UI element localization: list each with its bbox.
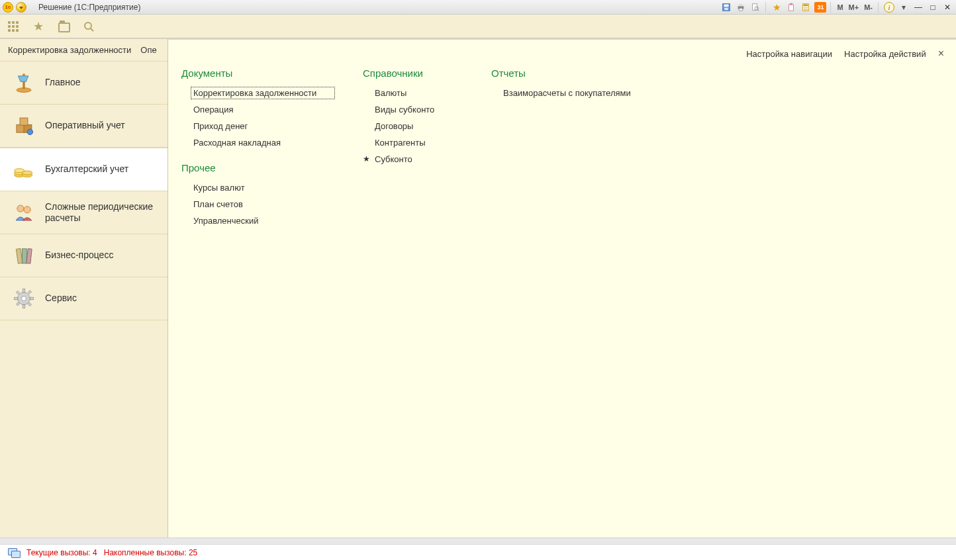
nav-settings-link[interactable]: Настройка навигации — [746, 49, 832, 59]
list-item[interactable]: Операция — [193, 105, 334, 115]
svg-point-13 — [804, 7, 805, 9]
app-menu-toggle[interactable] — [16, 2, 26, 13]
svg-rect-23 — [23, 73, 24, 75]
svg-line-20 — [91, 28, 93, 31]
coins-icon — [12, 158, 36, 181]
svg-rect-35 — [16, 248, 23, 263]
clipboard-icon[interactable] — [785, 1, 797, 13]
open-tabs-bar: Корректировка задолженности Опе — [0, 39, 167, 62]
list-item[interactable]: План счетов — [193, 199, 334, 209]
nav-item-business-process[interactable]: Бизнес-процесс — [0, 234, 167, 277]
maximize-button[interactable]: □ — [927, 1, 939, 13]
favorite-icon[interactable]: ★ — [771, 1, 783, 13]
nav-list: Главное Оперативный учет — [0, 62, 167, 537]
list-item[interactable]: Корректировка задолженности — [192, 88, 334, 98]
svg-rect-46 — [28, 291, 31, 294]
list-item[interactable]: Виды субконто — [375, 105, 462, 115]
content-panel: Настройка навигации Настройка действий ×… — [168, 39, 956, 537]
svg-rect-4 — [740, 3, 743, 6]
svg-point-33 — [17, 205, 24, 212]
svg-rect-40 — [23, 289, 24, 293]
print-icon[interactable] — [735, 1, 747, 13]
books-icon — [12, 244, 36, 267]
nav-item-main[interactable]: Главное — [0, 62, 167, 105]
history-icon[interactable] — [57, 20, 70, 33]
nav-label: Сервис — [45, 293, 77, 304]
calendar-icon[interactable]: 31 — [814, 2, 826, 13]
svg-line-8 — [758, 9, 759, 11]
window-title: Решение (1С:Предприятие) — [38, 3, 140, 12]
favorites-icon[interactable]: ★ — [32, 20, 45, 33]
svg-rect-26 — [20, 118, 28, 125]
svg-point-34 — [24, 207, 30, 213]
svg-rect-22 — [23, 81, 24, 89]
desk-lamp-icon — [12, 71, 36, 95]
status-current-calls: Текущие вызовы: 4 — [26, 548, 97, 557]
svg-rect-10 — [790, 3, 793, 5]
info-icon[interactable]: i — [883, 1, 895, 13]
apps-grid-icon[interactable] — [7, 20, 20, 33]
svg-rect-2 — [725, 7, 728, 10]
statusbar: Текущие вызовы: 4 Накопленные вызовы: 25 — [0, 544, 956, 560]
svg-point-32 — [22, 171, 32, 175]
nav-label: Сложные периодические расчеты — [45, 201, 156, 224]
list-item[interactable]: Контрагенты — [375, 138, 462, 148]
svg-rect-42 — [15, 297, 18, 299]
list-item[interactable]: Расходная накладная — [193, 138, 334, 148]
gear-icon — [12, 287, 36, 310]
action-settings-link[interactable]: Настройка действий — [844, 49, 926, 59]
list-item[interactable]: Управленческий — [193, 216, 334, 226]
memory-mminus-button[interactable]: M- — [863, 1, 874, 13]
nav-item-accounting[interactable]: Бухгалтерский учет — [0, 148, 167, 191]
svg-point-16 — [804, 9, 805, 10]
svg-point-15 — [807, 7, 808, 9]
nav-label: Бизнес-процесс — [45, 250, 113, 261]
list-item[interactable]: Приход денег — [193, 121, 334, 131]
nav-item-operational[interactable]: Оперативный учет — [0, 105, 167, 148]
list-item[interactable]: Договоры — [375, 121, 462, 131]
memory-mplus-button[interactable]: M+ — [847, 1, 861, 13]
section-title-reports: Отчеты — [491, 68, 644, 79]
list-other: Курсы валют План счетов Управленческий — [181, 183, 334, 226]
dropdown-icon[interactable]: ▾ — [898, 1, 910, 13]
list-reports: Взаиморасчеты с покупателями — [491, 88, 644, 98]
titlebar: 1c Решение (1С:Предприятие) ★ 31 M M+ M-… — [0, 0, 956, 15]
status-accumulated-calls: Накопленные вызовы: 25 — [104, 548, 198, 557]
list-item-starred[interactable]: Субконто — [375, 154, 462, 164]
nav-item-service[interactable]: Сервис — [0, 277, 167, 320]
list-item[interactable]: Валюты — [375, 88, 462, 98]
svg-point-27 — [27, 129, 33, 135]
svg-rect-12 — [804, 4, 808, 6]
memory-m-button[interactable]: M — [836, 1, 844, 13]
svg-point-14 — [806, 7, 807, 9]
close-panel-icon[interactable]: × — [938, 48, 944, 60]
svg-rect-9 — [789, 4, 794, 11]
open-tab-2[interactable]: Опе — [140, 45, 156, 55]
svg-point-18 — [807, 9, 808, 10]
close-button[interactable]: ✕ — [941, 1, 953, 13]
boxes-icon — [12, 114, 36, 138]
open-tab-1[interactable]: Корректировка задолженности — [8, 45, 131, 55]
list-item[interactable]: Взаиморасчеты с покупателями — [503, 88, 644, 98]
nav-label: Оперативный учет — [45, 120, 125, 132]
svg-point-17 — [806, 9, 807, 10]
list-dictionaries: Валюты Виды субконто Договоры Контрагент… — [363, 88, 462, 164]
svg-rect-24 — [17, 124, 24, 132]
save-icon[interactable] — [720, 1, 732, 13]
svg-rect-37 — [26, 249, 32, 264]
app-logo-icon: 1c — [3, 2, 13, 13]
nav-label: Бухгалтерский учет — [45, 163, 128, 175]
list-item[interactable]: Курсы валют — [193, 183, 334, 193]
svg-rect-43 — [30, 297, 33, 299]
section-title-other: Прочее — [181, 162, 334, 173]
preview-icon[interactable] — [749, 1, 761, 13]
search-icon[interactable] — [82, 20, 95, 33]
people-icon — [12, 201, 36, 224]
connection-icon — [8, 548, 20, 557]
svg-rect-5 — [740, 8, 743, 11]
minimize-button[interactable]: — — [912, 1, 924, 13]
list-documents: Корректировка задолженности Операция При… — [181, 88, 334, 148]
nav-item-periodic[interactable]: Сложные периодические расчеты — [0, 191, 167, 234]
calculator-icon[interactable] — [800, 1, 812, 13]
toolbar: ★ — [0, 15, 956, 38]
